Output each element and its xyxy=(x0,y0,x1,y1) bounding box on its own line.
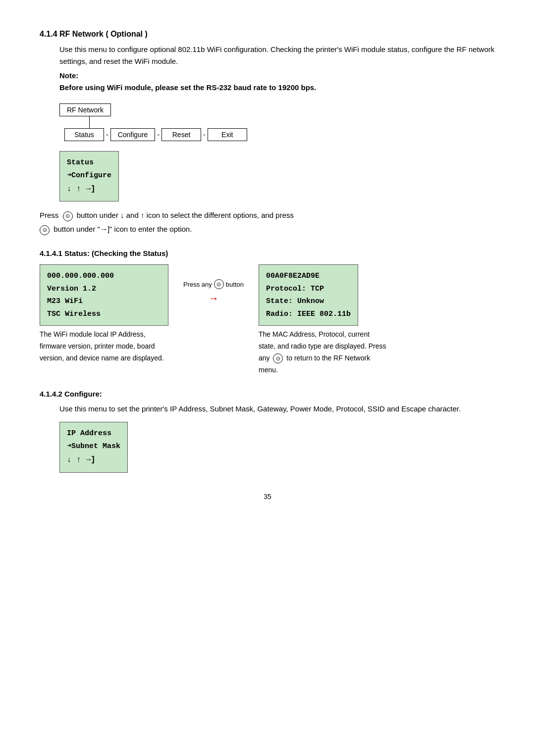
press-any-circle-icon: ⊙ xyxy=(214,279,224,289)
lcd-left-line1: 000.000.000.000 xyxy=(47,270,161,283)
status-right-col: 00A0F8E2AD9E Protocol: TCP State: Unknow… xyxy=(259,264,387,376)
configure-section: 4.1.4.2 Configure: Use this menu to set … xyxy=(40,390,495,472)
nav-icon-circle-1: ⊙ xyxy=(63,211,73,221)
note-label: Note: xyxy=(59,71,495,80)
status-middle-col: Press any ⊙ button → xyxy=(168,264,259,305)
press-any-row: Press any ⊙ button xyxy=(183,279,244,289)
tree-diagram: RF Network Status - Configure - Reset - … xyxy=(59,103,495,141)
tree-child-exit: Exit xyxy=(208,128,247,141)
page-number: 35 xyxy=(40,493,495,501)
status-section: 000.000.000.000 Version 1.2 M23 WiFi TSC… xyxy=(40,264,495,376)
configure-lcd-box: IP Address ➜Subnet Mask ↓ ↑ →] xyxy=(59,422,128,472)
desc-right-circle-icon: ⊙ xyxy=(273,353,283,363)
tree-child-reset: Reset xyxy=(161,128,201,141)
button-label: button xyxy=(226,281,244,288)
lcd-right-line1: 00A0F8E2AD9E xyxy=(266,270,351,283)
lcd-line2: ➜Configure xyxy=(67,169,111,182)
lcd-arrows: ↓ ↑ →] xyxy=(67,183,111,196)
lcd-right-line4: Radio: IEEE 802.11b xyxy=(266,308,351,321)
note-bold-text: Before using WiFi module, please set the… xyxy=(59,82,495,94)
configure-desc: Use this menu to set the printer's IP Ad… xyxy=(59,403,495,415)
tree-child-configure: Configure xyxy=(110,128,156,141)
nav-icon-circle-2: ⊙ xyxy=(40,225,50,235)
lcd-right-line3: State: Unknow xyxy=(266,295,351,308)
body-text-1: Use this menu to configure optional 802.… xyxy=(59,44,495,67)
lcd-menu-box: Status ➜Configure ↓ ↑ →] xyxy=(59,151,119,202)
sub-heading-411: 4.1.4.1 Status: (Checking the Status) xyxy=(40,249,495,257)
nav-text-2: button under ↓ and ↑ icon to select the … xyxy=(77,211,294,219)
nav-text-press: Press xyxy=(40,211,58,219)
tree-child-status: Status xyxy=(64,128,104,141)
lcd-left-line4: TSC Wireless xyxy=(47,308,161,321)
configure-lcd-line1: IP Address xyxy=(67,427,120,440)
arrow-right-red: → xyxy=(208,292,219,305)
press-any-label: Press any xyxy=(183,281,212,288)
lcd-line1: Status xyxy=(67,156,111,169)
tree-sep-2: - xyxy=(157,131,160,139)
lcd-left-line2: Version 1.2 xyxy=(47,283,161,296)
tree-sep-1: - xyxy=(106,131,108,139)
nav-text-3: button under "→]" icon to enter the opti… xyxy=(54,225,192,233)
nav-instruction: Press ⊙ button under ↓ and ↑ icon to sel… xyxy=(40,209,495,221)
tree-root-box: RF Network xyxy=(59,103,111,116)
desc-right-text: The MAC Address, Protocol, current state… xyxy=(259,329,387,376)
lcd-right-box: 00A0F8E2AD9E Protocol: TCP State: Unknow… xyxy=(259,264,358,326)
lcd-left-box: 000.000.000.000 Version 1.2 M23 WiFi TSC… xyxy=(40,264,168,326)
status-left-col: 000.000.000.000 Version 1.2 M23 WiFi TSC… xyxy=(40,264,168,364)
nav-instruction-2: ⊙ button under "→]" icon to enter the op… xyxy=(40,223,495,235)
lcd-right-line2: Protocol: TCP xyxy=(266,283,351,296)
lcd-left-line3: M23 WiFi xyxy=(47,295,161,308)
desc-left-text: The WiFi module local IP Address, firmwa… xyxy=(40,329,168,364)
section-heading: 4.1.4 RF Network ( Optional ) xyxy=(40,30,495,39)
configure-lcd-arrows: ↓ ↑ →] xyxy=(67,454,120,467)
configure-lcd-line2: ➜Subnet Mask xyxy=(67,440,120,453)
tree-sep-3: - xyxy=(203,131,206,139)
sub-heading-412: 4.1.4.2 Configure: xyxy=(40,390,495,398)
